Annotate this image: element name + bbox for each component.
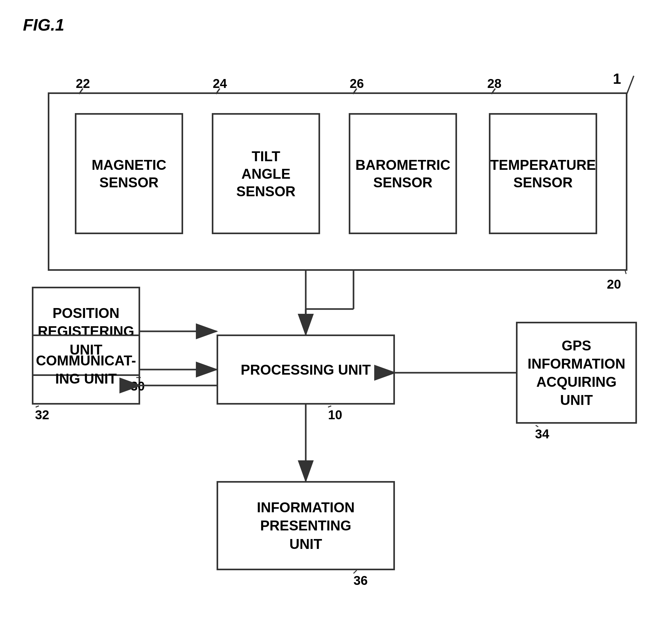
barometric-sensor-box: BAROMETRIC SENSOR	[349, 113, 457, 234]
magnetic-sensor-box: MAGNETIC SENSOR	[75, 113, 183, 234]
barometric-sensor-label: BAROMETRIC SENSOR	[355, 156, 450, 191]
ref-28: 28	[487, 76, 502, 91]
gps-box: GPS INFORMATION ACQUIRING UNIT	[516, 322, 637, 424]
svg-line-21	[328, 406, 331, 407]
communicating-box: COMMUNICAT- ING UNIT	[32, 334, 140, 404]
magnetic-sensor-label: MAGNETIC SENSOR	[92, 156, 167, 191]
ref-36: 36	[354, 574, 368, 588]
ref-30: 30	[130, 379, 145, 393]
ref-10: 10	[328, 408, 342, 422]
figure-label: FIG.1	[23, 15, 64, 34]
ref-24: 24	[213, 76, 227, 91]
svg-line-7	[627, 76, 634, 94]
ref-26: 26	[350, 76, 364, 91]
temperature-sensor-box: TEMPERATURE SENSOR	[489, 113, 597, 234]
ref-32: 32	[35, 408, 49, 422]
communicating-label: COMMUNICAT- ING UNIT	[36, 351, 136, 388]
temperature-sensor-label: TEMPERATURE SENSOR	[490, 156, 596, 191]
processing-unit-label: PROCESSING UNIT	[241, 361, 371, 378]
info-presenting-label: INFORMATION PRESENTING UNIT	[257, 498, 355, 553]
sensor-group-ref: 20	[607, 277, 621, 292]
tilt-sensor-box: TILT ANGLE SENSOR	[212, 113, 320, 234]
ref-22: 22	[76, 76, 90, 91]
system-ref-number: 1	[613, 70, 621, 87]
processing-unit-box: PROCESSING UNIT	[217, 334, 395, 404]
ref-34: 34	[535, 427, 549, 441]
gps-label: GPS INFORMATION ACQUIRING UNIT	[527, 337, 625, 409]
svg-line-8	[625, 271, 626, 274]
svg-line-22	[36, 406, 39, 407]
info-presenting-box: INFORMATION PRESENTING UNIT	[217, 481, 395, 570]
sensor-group-box: MAGNETIC SENSOR TILT ANGLE SENSOR BAROME…	[48, 92, 627, 271]
svg-line-20	[354, 570, 357, 574]
tilt-sensor-label: TILT ANGLE SENSOR	[236, 147, 295, 200]
